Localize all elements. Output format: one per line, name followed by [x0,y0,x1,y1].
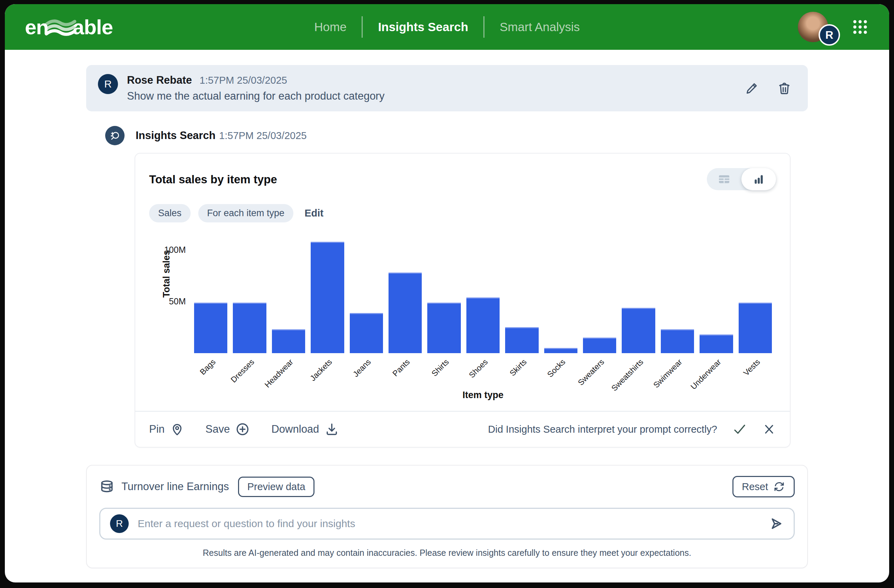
bar-headwear[interactable] [272,329,305,353]
user-message-text: Show me the actual earning for each prod… [127,90,384,103]
prompt-panel: Turnover line Earnings Preview data Rese… [86,465,808,568]
xtick-label-jackets: Jackets [308,357,334,383]
refresh-icon [773,481,785,493]
chart-view-button[interactable] [741,168,776,190]
close-icon [762,422,776,436]
preview-data-button[interactable]: Preview data [238,476,315,497]
xtick: Socks [541,353,580,388]
bar-slot [658,231,697,353]
bar-jeans[interactable] [350,313,383,353]
prompt-input[interactable] [138,518,768,529]
check-icon [732,422,747,437]
database-icon [99,479,115,494]
bar-pants[interactable] [388,273,422,353]
avatar-initial-badge: R [818,24,840,46]
bar-underwear[interactable] [699,335,733,353]
main-nav: HomeInsights SearchSmart Analysis [314,16,580,38]
xtick-label-dresses: Dresses [229,357,256,384]
send-button[interactable] [768,516,784,532]
insights-search-icon [105,126,125,145]
user-message-card: R Rose Rebate 1:57PM 25/03/2025 Show me … [86,65,808,112]
user-message-timestamp: 1:57PM 25/03/2025 [199,75,287,86]
ytick-50m: 50M [169,296,186,306]
edit-message-button[interactable] [745,81,759,95]
ai-disclaimer: Results are AI-generated and may contain… [99,548,795,558]
feedback-no-button[interactable] [762,422,776,436]
bar-slot [697,231,735,353]
bar-slot [230,231,269,353]
feedback-question: Did Insights Search interpret your promp… [488,424,717,435]
apps-grid-icon[interactable] [851,18,869,36]
user-avatar[interactable]: R [798,12,828,42]
pin-icon [170,422,184,436]
bar-vests[interactable] [738,303,772,353]
xtick: Headwear [269,353,308,388]
send-icon [768,516,784,532]
assistant-header-row: Insights Search 1:57PM 25/03/2025 [105,126,808,145]
save-button[interactable]: Save [205,422,250,437]
nav-item-home[interactable]: Home [314,20,346,34]
bar-slot [541,231,580,353]
xtick-label-shirts: Shirts [430,357,451,378]
top-navbar: en able HomeInsights SearchSmart Analysi… [5,4,889,50]
bar-jackets[interactable] [311,242,344,353]
x-axis-label: Item type [191,388,775,411]
y-axis: Total sales 50M100M [149,231,191,353]
user-name: Rose Rebate [127,74,192,86]
bar-sweatshirts[interactable] [622,308,655,353]
nav-item-smart-analysis[interactable]: Smart Analysis [500,20,580,34]
bar-swimwear[interactable] [661,329,694,353]
assistant-name: Insights Search [136,130,216,142]
logo-text-able: able [72,15,113,39]
assistant-timestamp: 1:57PM 25/03/2025 [219,130,307,141]
prompt-input-wrapper: R [99,508,795,540]
bar-bags[interactable] [194,303,227,353]
nav-divider [483,16,484,38]
xtick: Underwear [697,353,735,388]
xtick-label-socks: Socks [545,357,568,379]
y-axis-label: Total sales [161,250,172,298]
xtick: Shirts [424,353,463,388]
bar-sweaters[interactable] [583,338,616,353]
download-icon [325,422,339,437]
bar-slot [736,231,775,353]
bar-skirts[interactable] [505,327,538,353]
bar-chart-icon [752,172,766,186]
bar-dresses[interactable] [233,303,266,353]
delete-message-button[interactable] [778,81,791,95]
pencil-icon [745,81,759,95]
table-icon [717,172,731,187]
reset-button[interactable]: Reset [732,476,795,498]
bar-slot [464,231,502,353]
bar-slot [386,231,424,353]
xtick: Jeans [347,353,386,388]
nav-divider [362,16,363,38]
xtick-label-shoes: Shoes [467,357,489,380]
feedback-yes-button[interactable] [732,422,747,437]
bar-slot [191,231,230,353]
dataset-name: Turnover line Earnings [121,481,229,493]
insight-card-footer: Pin Save Download [135,411,790,447]
pin-button[interactable]: Pin [149,422,184,436]
xtick-label-vests: Vests [741,357,762,378]
query-tag-pill[interactable]: For each item type [198,204,294,222]
input-avatar-badge: R [110,514,129,533]
table-view-button[interactable] [707,168,741,190]
xtick-label-pants: Pants [391,357,412,378]
bar-socks[interactable] [544,348,577,353]
enable-logo: en able [25,13,113,41]
user-message-avatar: R [98,74,118,94]
xtick-label-sweaters: Sweaters [576,357,606,387]
download-button[interactable]: Download [271,422,339,437]
bar-slot [424,231,463,353]
edit-query-link[interactable]: Edit [305,208,323,219]
xtick: Bags [191,353,230,388]
xtick-label-bags: Bags [198,357,217,377]
bar-shoes[interactable] [467,297,500,353]
bar-shirts[interactable] [427,303,461,353]
bar-slot [269,231,308,353]
bar-slot [580,231,619,353]
nav-item-insights-search[interactable]: Insights Search [378,20,468,34]
query-tags-row: SalesFor each item type Edit [149,204,776,222]
query-tag-pill[interactable]: Sales [149,204,191,222]
